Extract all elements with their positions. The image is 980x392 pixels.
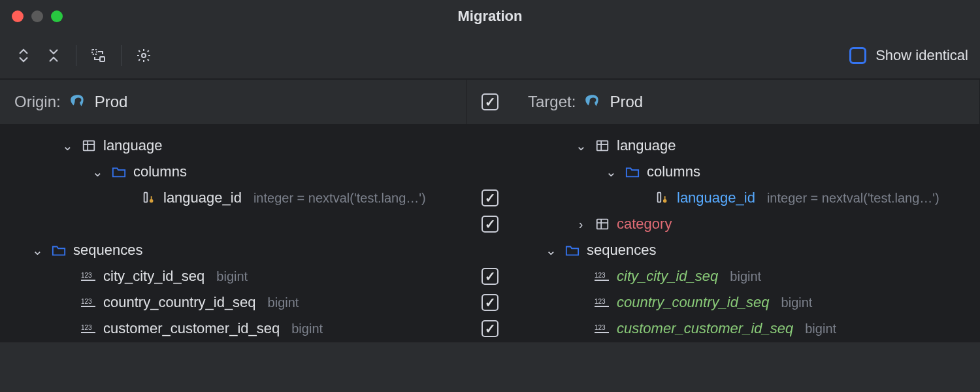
row-checkbox[interactable] (482, 189, 498, 206)
chevron-down-icon[interactable]: ⌄ (604, 164, 618, 180)
target-tree: ⌄ language ⌄ columns ⌄ language_id integ… (514, 125, 980, 342)
column-label: language_id (677, 189, 755, 206)
column-label: language_id (163, 189, 242, 206)
svg-rect-12 (597, 141, 608, 151)
key-column-icon (653, 191, 672, 205)
column-type: integer = nextval('test.lang…') (767, 191, 939, 206)
tree-row-columns-folder[interactable]: ⌄ columns (0, 159, 466, 185)
sequence-icon: 123 (593, 270, 612, 282)
folder-icon (110, 165, 128, 178)
key-column-icon (140, 191, 158, 205)
svg-text:123: 123 (81, 272, 92, 279)
table-label: language (103, 137, 163, 154)
tree-row-sequence[interactable]: ⌄ 123 country_country_id_seq bigint (0, 289, 466, 316)
sequence-label: country_country_id_seq (617, 294, 770, 311)
svg-rect-3 (84, 141, 95, 151)
folder-label: sequences (73, 242, 142, 259)
tree-row-sequences-folder[interactable]: ⌄ sequences (514, 237, 979, 263)
folder-icon (623, 165, 642, 178)
tree-row-table[interactable]: › category (514, 211, 979, 237)
origin-label: Origin: (14, 93, 61, 111)
origin-db-name: Prod (95, 93, 128, 111)
tree-row-column[interactable]: ⌄ language_id integer = nextval('test.la… (0, 185, 466, 211)
svg-rect-9 (81, 306, 95, 307)
svg-text:123: 123 (81, 298, 92, 305)
svg-rect-4 (144, 193, 148, 203)
svg-point-14 (663, 199, 667, 203)
origin-tree: ⌄ language ⌄ columns ⌄ language_id integ… (0, 125, 466, 342)
table-icon (593, 139, 612, 153)
show-identical-label: Show identical (875, 47, 968, 64)
maximize-icon[interactable] (51, 10, 63, 22)
sequence-type: bigint (781, 295, 813, 310)
sequence-icon: 123 (80, 270, 98, 282)
tree-row-table[interactable]: ⌄ language (514, 133, 979, 159)
tree-row-sequence[interactable]: ⌄ 123 country_country_id_seq bigint (514, 289, 979, 316)
settings-button[interactable] (132, 44, 155, 67)
select-all-checkbox[interactable] (482, 93, 498, 110)
folder-label: columns (133, 163, 187, 180)
separator (76, 45, 76, 66)
chevron-down-icon[interactable]: ⌄ (30, 242, 44, 258)
row-checkbox[interactable] (482, 268, 498, 285)
chevron-right-icon[interactable]: › (574, 217, 588, 232)
tree-row-sequences-folder[interactable]: ⌄ sequences (0, 237, 466, 263)
origin-header: Origin: Prod (0, 79, 466, 125)
selection-column (466, 125, 514, 342)
svg-rect-1 (100, 57, 105, 61)
chevron-down-icon[interactable]: ⌄ (544, 242, 558, 258)
svg-rect-21 (595, 332, 609, 333)
target-label: Target: (528, 93, 576, 111)
chevron-down-icon[interactable]: ⌄ (60, 138, 74, 154)
sequence-label: country_country_id_seq (103, 294, 256, 311)
svg-rect-17 (595, 280, 609, 281)
folder-label: columns (647, 163, 700, 180)
sequence-type: bigint (216, 269, 248, 284)
postgres-icon (69, 93, 87, 110)
chevron-down-icon[interactable]: ⌄ (574, 138, 588, 154)
sequence-icon: 123 (80, 323, 98, 335)
table-icon (593, 217, 612, 231)
folder-icon (50, 244, 68, 257)
svg-point-2 (142, 54, 146, 57)
svg-rect-11 (81, 332, 95, 333)
table-label: category (617, 216, 672, 233)
sequence-type: bigint (805, 321, 836, 336)
window-controls (12, 10, 63, 22)
table-icon (80, 139, 98, 153)
window-title: Migration (458, 8, 523, 25)
tree-row-table[interactable]: ⌄ language (0, 133, 466, 159)
tree-row-columns-folder[interactable]: ⌄ columns (514, 159, 979, 185)
swap-button[interactable] (87, 44, 110, 67)
svg-rect-15 (597, 220, 608, 229)
show-identical-checkbox[interactable] (849, 47, 866, 64)
sequence-label: customer_customer_id_seq (103, 320, 280, 337)
sequence-icon: 123 (80, 297, 98, 308)
tree-row-column[interactable]: ⌄ language_id integer = nextval('test.la… (514, 185, 979, 211)
svg-rect-13 (658, 193, 661, 203)
tree-row-sequence[interactable]: ⌄ 123 customer_customer_id_seq bigint (0, 316, 466, 342)
sequence-label: city_city_id_seq (617, 268, 718, 285)
separator (121, 45, 122, 66)
postgres-icon (583, 93, 602, 110)
svg-text:123: 123 (595, 272, 606, 279)
close-icon[interactable] (12, 10, 24, 22)
svg-rect-19 (595, 306, 609, 307)
row-checkbox[interactable] (482, 320, 498, 337)
tree-row-sequence[interactable]: ⌄ 123 customer_customer_id_seq bigint (514, 316, 979, 342)
tree-row-sequence[interactable]: ⌄ 123 city_city_id_seq bigint (514, 263, 979, 289)
sequence-label: city_city_id_seq (103, 268, 204, 285)
svg-rect-7 (81, 280, 95, 281)
minimize-icon[interactable] (31, 10, 43, 22)
chevron-down-icon[interactable]: ⌄ (90, 164, 105, 180)
folder-label: sequences (587, 242, 656, 259)
sequence-type: bigint (268, 295, 299, 310)
sequence-type: bigint (730, 269, 761, 284)
column-type: integer = nextval('test.lang…') (253, 191, 426, 206)
row-checkbox[interactable] (482, 216, 498, 233)
expand-all-button[interactable] (12, 44, 35, 67)
collapse-all-button[interactable] (42, 44, 65, 67)
tree-row-sequence[interactable]: ⌄ 123 city_city_id_seq bigint (0, 263, 466, 289)
row-checkbox[interactable] (482, 294, 498, 311)
svg-text:123: 123 (81, 324, 92, 331)
